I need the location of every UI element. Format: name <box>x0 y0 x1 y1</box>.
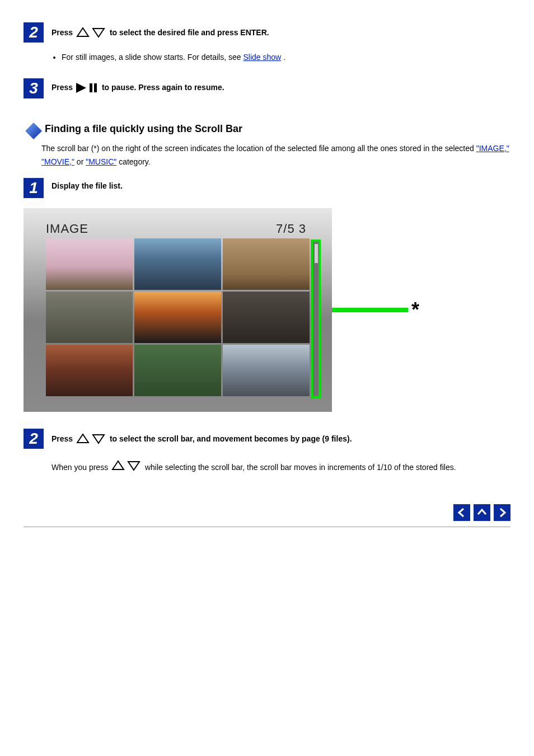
up-down-icon <box>75 432 107 447</box>
highlighted-scrollbar <box>311 240 321 398</box>
section-title: Finding a file quickly using the Scroll … <box>45 123 242 135</box>
svg-rect-1 <box>94 83 97 92</box>
step-2b-sub-after: while selecting the scroll bar, the scro… <box>145 462 456 471</box>
thumbnail <box>46 345 133 396</box>
slideshow-link[interactable]: Slide show <box>243 53 281 62</box>
thumbnail <box>46 238 133 290</box>
section-paragraph: The scroll bar (*) on the right of the s… <box>41 142 510 169</box>
step-number-1b: 1 <box>24 178 44 198</box>
step-1b-instruction: Display the file list. <box>51 181 510 190</box>
step-number-3: 3 <box>24 78 44 98</box>
thumbnail <box>134 292 221 343</box>
star-callout: * <box>411 300 419 320</box>
play-pause-icon <box>75 83 102 92</box>
movie-link[interactable]: "MOVIE," <box>41 157 74 166</box>
figure-title: IMAGE <box>46 222 88 236</box>
diamond-icon <box>24 121 39 137</box>
next-page-button[interactable] <box>494 504 510 521</box>
footer-divider <box>24 527 510 527</box>
step-3-text-before: Press <box>51 83 75 92</box>
step-2b-subtext: When you press while selecting the scrol… <box>51 459 510 477</box>
step-number-2: 2 <box>24 22 44 43</box>
step-2b: 2 Press to select the scroll bar, and mo… <box>24 429 510 449</box>
step-2b-sub-before: When you press <box>51 462 110 471</box>
para-after: category. <box>119 157 151 166</box>
callout-line <box>330 308 408 312</box>
prev-page-button[interactable] <box>453 504 470 521</box>
step-2-bullet-after: . <box>283 53 285 62</box>
page-content: 2 Press to select the desired file and p… <box>24 22 510 527</box>
para-before: The scroll bar (*) on the right of the s… <box>41 144 476 153</box>
svg-rect-0 <box>90 83 92 92</box>
up-down-icon <box>75 26 107 41</box>
thumbnail-grid <box>46 238 310 396</box>
step-3-text-after: to pause. Press again to resume. <box>102 83 224 92</box>
step-3-instruction: Press to pause. Press again to resume. <box>51 82 510 94</box>
image-link[interactable]: "IMAGE," <box>476 144 509 153</box>
step-2b-text-before: Press <box>51 434 75 443</box>
thumbnail <box>223 238 310 290</box>
image-browser-screenshot: IMAGE 7/5 3 <box>24 208 332 412</box>
thumbnail <box>134 238 221 290</box>
para-between: or <box>77 157 86 166</box>
step-2-text-after: to select the desired file and press ENT… <box>110 28 269 37</box>
step-2-instruction: Press to select the desired file and pre… <box>51 26 510 41</box>
footer-navigation <box>24 504 510 521</box>
step-number-2b: 2 <box>24 429 44 449</box>
step-2-note: For still images, a slide show starts. F… <box>51 53 510 62</box>
step-2b-instruction: Press to select the scroll bar, and move… <box>51 432 510 447</box>
figure-counter: 7/5 3 <box>276 222 306 236</box>
thumbnail <box>134 345 221 396</box>
step-2: 2 Press to select the desired file and p… <box>24 22 510 43</box>
section-heading: Finding a file quickly using the Scroll … <box>24 121 510 137</box>
thumbnail <box>223 292 310 343</box>
step-2-bullet-before: For still images, a slide show starts. F… <box>62 53 243 62</box>
step-1b: 1 Display the file list. <box>24 178 510 198</box>
up-down-icon <box>110 459 143 477</box>
step-2b-text-after: to select the scroll bar, and movement b… <box>110 434 352 443</box>
thumbnail <box>46 292 133 343</box>
step-2-text-before: Press <box>51 28 75 37</box>
step-3: 3 Press to pause. Press again to resume. <box>24 78 510 98</box>
figure-row: IMAGE 7/5 3 * <box>24 208 510 412</box>
thumbnail <box>223 345 310 396</box>
music-link[interactable]: "MUSIC" <box>86 157 116 166</box>
page-top-button[interactable] <box>474 504 490 521</box>
